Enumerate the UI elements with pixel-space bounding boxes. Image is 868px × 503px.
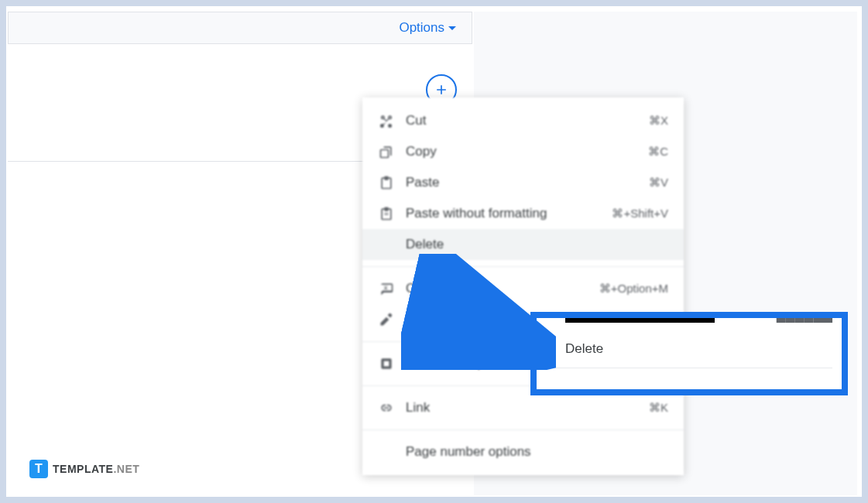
keep-icon	[378, 355, 395, 372]
menu-label: Delete	[406, 237, 668, 252]
logo-text: TEMPLATE.NET	[53, 463, 139, 475]
screenshot-frame: Options Cut ⌘X Copy ⌘C	[6, 6, 862, 497]
paste-no-format-icon	[378, 205, 395, 222]
menu-shortcut: ⌘X	[649, 114, 668, 128]
options-label: Options	[399, 20, 444, 36]
menu-label: Copy	[406, 144, 637, 159]
empty-icon	[378, 236, 395, 253]
menu-label: Cut	[406, 113, 638, 128]
zoom-item-partial: ████████████████ ██████	[546, 318, 832, 332]
zoom-item-delete: Delete	[546, 332, 832, 366]
menu-item-link[interactable]: Link ⌘K	[362, 392, 684, 423]
plus-icon	[434, 82, 449, 98]
zoom-separator	[546, 368, 832, 368]
menu-shortcut: ⌘+Option+M	[599, 282, 668, 296]
options-dropdown[interactable]: Options	[399, 20, 456, 36]
menu-item-paste-no-format[interactable]: Paste without formatting ⌘+Shift+V	[362, 198, 684, 229]
empty-icon	[378, 443, 395, 460]
menu-item-cut[interactable]: Cut ⌘X	[362, 105, 684, 136]
menu-separator	[362, 266, 684, 267]
cut-icon	[378, 112, 395, 129]
svg-rect-1	[384, 361, 389, 367]
menu-shortcut: ⌘K	[649, 401, 668, 415]
link-icon	[378, 399, 395, 416]
menu-shortcut: ⌘C	[648, 145, 668, 159]
zoom-callout: ████████████████ ██████ Delete	[530, 312, 848, 395]
copy-icon	[378, 143, 395, 160]
menu-label: Link	[406, 400, 638, 416]
logo-icon: T	[29, 460, 48, 478]
menu-shortcut: ⌘+Shift+V	[612, 207, 668, 221]
zoom-delete-label: Delete	[565, 341, 603, 356]
menu-item-copy[interactable]: Copy ⌘C	[362, 136, 684, 167]
menu-label: Comment	[406, 281, 588, 296]
comment-icon	[378, 280, 395, 297]
menu-separator	[362, 429, 684, 430]
caret-down-icon	[448, 26, 456, 30]
menu-item-delete[interactable]: Delete	[362, 229, 684, 260]
menu-item-paste[interactable]: Paste ⌘V	[362, 167, 684, 198]
menu-label: Paste	[406, 175, 638, 190]
branding-logo: T TEMPLATE.NET	[29, 460, 139, 478]
menu-label: Page number options	[406, 444, 668, 460]
suggest-edits-icon	[378, 311, 395, 328]
menu-item-comment[interactable]: Comment ⌘+Option+M	[362, 273, 684, 304]
context-menu: Cut ⌘X Copy ⌘C Paste ⌘V Paste without fo…	[362, 98, 684, 475]
menu-item-page-number[interactable]: Page number options	[362, 436, 684, 467]
menu-label: Paste without formatting	[406, 206, 601, 221]
menu-shortcut: ⌘V	[649, 176, 668, 190]
header-bar: Options	[8, 12, 472, 44]
paste-icon	[378, 174, 395, 191]
